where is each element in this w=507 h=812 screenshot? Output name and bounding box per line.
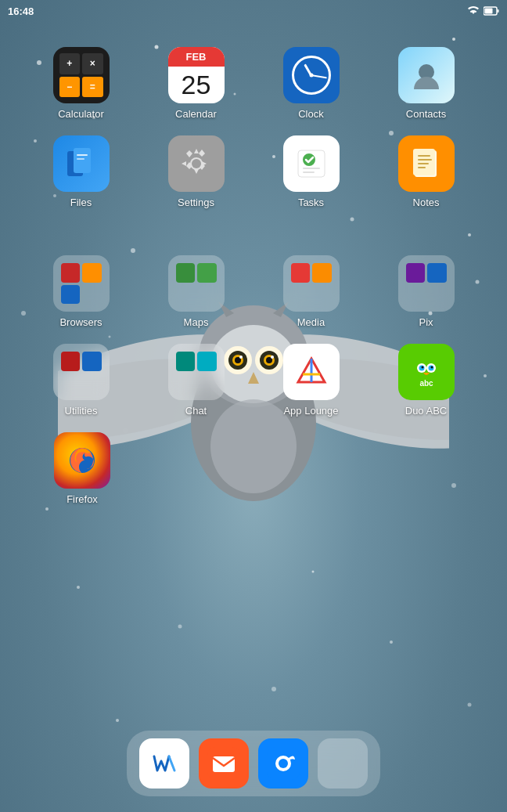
app-calculator[interactable]: + × − = Calculator — [38, 47, 124, 120]
svg-rect-70 — [413, 149, 435, 175]
apps-section: + × − = Calculator FEB 25 Calendar — [0, 39, 507, 521]
maps-folder — [168, 255, 225, 312]
clock-icon — [283, 47, 340, 103]
firefox-label: Firefox — [67, 493, 98, 505]
notes-icon — [398, 135, 455, 192]
calculator-label: Calculator — [58, 108, 104, 120]
chat-label: Chat — [185, 405, 207, 417]
status-icons — [467, 6, 499, 16]
files-label: Files — [70, 197, 92, 208]
app-applounge[interactable]: App Lounge — [268, 344, 354, 417]
app-browsers[interactable]: Browsers — [38, 255, 124, 328]
app-row-5: Firefox — [0, 432, 507, 505]
app-files[interactable]: Files — [38, 135, 124, 208]
battery-icon — [484, 6, 499, 16]
app-settings[interactable]: Settings — [153, 135, 239, 208]
svg-point-64 — [192, 159, 201, 168]
maps-label: Maps — [184, 316, 209, 328]
app-pix[interactable]: Pix — [383, 255, 469, 328]
thunderbird-icon — [258, 738, 308, 789]
app-row-2: Files Settings — [0, 135, 507, 208]
pix-folder — [398, 255, 455, 312]
status-bar: 16:48 — [0, 0, 507, 22]
svg-rect-60 — [74, 148, 91, 173]
dock-writtenote[interactable] — [139, 738, 189, 789]
notes-label: Notes — [413, 197, 440, 208]
app-notes[interactable]: Notes — [383, 135, 469, 208]
svg-rect-56 — [485, 9, 493, 14]
calendar-month: FEB — [168, 47, 225, 67]
contacts-icon — [398, 47, 455, 103]
app-calendar[interactable]: FEB 25 Calendar — [153, 47, 239, 120]
status-time: 16:48 — [8, 5, 34, 17]
email-icon — [199, 738, 249, 789]
browsers-folder — [53, 255, 110, 312]
calendar-label: Calendar — [175, 108, 217, 120]
svg-rect-62 — [77, 158, 84, 160]
clock-face — [292, 56, 331, 95]
duoabc-label: Duo ABC — [405, 405, 447, 417]
tasks-label: Tasks — [298, 197, 324, 208]
svg-rect-74 — [418, 167, 426, 168]
firefox-icon — [54, 432, 110, 489]
app-row-3: Browsers Maps — [0, 255, 507, 328]
pix-label: Pix — [419, 316, 433, 328]
chat-folder — [168, 344, 225, 400]
svg-rect-61 — [77, 154, 88, 156]
media-folder — [283, 255, 340, 312]
svg-rect-72 — [418, 159, 432, 161]
svg-rect-57 — [498, 9, 499, 13]
clock-label: Clock — [298, 108, 324, 120]
svg-text:abc: abc — [419, 379, 433, 388]
app-chat[interactable]: Chat — [153, 344, 239, 417]
svg-rect-68 — [303, 171, 315, 173]
calendar-icon: FEB 25 — [168, 47, 225, 103]
applounge-label: App Lounge — [283, 405, 338, 417]
dock-email[interactable] — [199, 738, 249, 789]
tasks-icon — [283, 135, 340, 192]
app-row-1: + × − = Calculator FEB 25 Calendar — [0, 47, 507, 120]
app-utilities[interactable]: Utilities — [38, 344, 124, 417]
svg-rect-71 — [418, 155, 430, 157]
dock-social-folder[interactable] — [318, 738, 368, 789]
app-clock[interactable]: Clock — [268, 47, 354, 120]
files-icon — [53, 135, 110, 192]
calendar-day: 25 — [182, 67, 211, 103]
wifi-icon — [467, 6, 480, 16]
svg-rect-87 — [148, 747, 181, 780]
dock — [127, 731, 380, 796]
app-row-4: Utilities Chat — [0, 344, 507, 417]
svg-point-92 — [279, 759, 288, 768]
app-tasks[interactable]: Tasks — [268, 135, 354, 208]
dock-thunderbird[interactable] — [258, 738, 308, 789]
browsers-label: Browsers — [59, 316, 102, 328]
settings-label: Settings — [178, 197, 214, 208]
applounge-icon — [283, 344, 340, 400]
app-maps[interactable]: Maps — [153, 255, 239, 328]
social-folder-icon — [318, 738, 368, 789]
settings-icon — [168, 135, 225, 192]
calculator-icon: + × − = — [53, 47, 110, 103]
duoabc-icon: abc — [398, 344, 455, 400]
utilities-folder — [53, 344, 110, 400]
app-firefox[interactable]: Firefox — [39, 432, 125, 505]
svg-rect-89 — [213, 756, 235, 772]
app-contacts[interactable]: Contacts — [383, 47, 469, 120]
media-label: Media — [297, 316, 325, 328]
app-media[interactable]: Media — [268, 255, 354, 328]
contacts-label: Contacts — [406, 108, 446, 120]
svg-point-83 — [421, 366, 423, 369]
app-duoabc[interactable]: abc Duo ABC — [383, 344, 469, 417]
svg-rect-67 — [303, 168, 320, 169]
svg-point-84 — [430, 366, 433, 369]
svg-rect-73 — [418, 163, 429, 164]
utilities-label: Utilities — [65, 405, 98, 417]
writtenote-icon — [139, 738, 189, 789]
